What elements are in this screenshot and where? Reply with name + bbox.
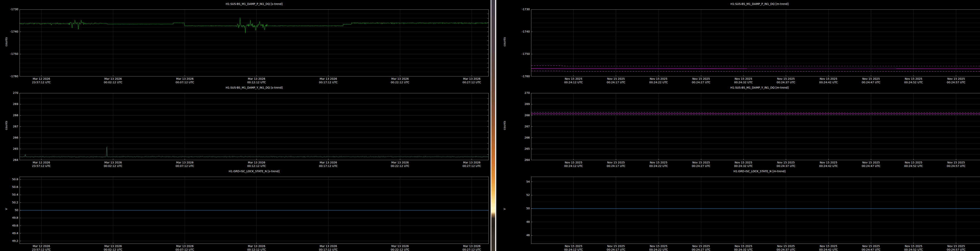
plot-canvas[interactable] <box>20 177 488 244</box>
x-axis-tick-date: Nov 15 2025 <box>686 161 717 164</box>
x-axis-tick-date: Nov 15 2025 <box>686 77 717 80</box>
x-axis-tick-time: 00:24:57 UTC <box>940 248 972 251</box>
x-axis-tick-time: 00:24:17 UTC <box>600 248 632 251</box>
y-axis-unit-label: counts <box>503 36 506 48</box>
x-axis-tick-date: Nov 15 2025 <box>728 77 759 80</box>
x-axis-tick-date: Nov 15 2025 <box>600 77 632 80</box>
desktop-wallpaper-sliver <box>492 0 495 251</box>
plot-band: H1:SUS-BS_M1_DAMP_P_IN1_DQ [s-trend] cou… <box>0 0 491 84</box>
x-axis-tick-time: 00:22:12 UTC <box>384 164 416 168</box>
y-axis-tick-label: -1730 <box>5 8 18 11</box>
x-axis-tick-time: 00:27:12 UTC <box>456 248 487 251</box>
x-axis-tick-time: 00:24:17 UTC <box>600 164 632 168</box>
x-axis-tick-time: 00:24:57 UTC <box>940 81 972 84</box>
y-axis-unit-label: counts <box>5 36 8 48</box>
x-axis-tick-time: 00:24:47 UTC <box>855 248 887 251</box>
x-axis-tick-date: Nov 15 2025 <box>728 161 759 164</box>
y-axis-tick-label: -1760 <box>5 75 18 78</box>
plot-canvas[interactable] <box>531 93 980 160</box>
x-axis-tick-time: 00:02:12 UTC <box>97 164 129 168</box>
x-axis-tick-date: Mar 13 2026 <box>456 161 487 164</box>
x-axis-tick-time: 00:24:52 UTC <box>898 164 929 168</box>
x-axis-tick-date: Nov 15 2025 <box>600 161 632 164</box>
y-axis-tick-label: -1730 <box>516 8 530 11</box>
y-axis-unit-label: V <box>5 203 8 215</box>
y-axis-tick-label: -1740 <box>5 30 18 33</box>
x-axis-tick-date: Mar 13 2026 <box>169 245 200 248</box>
x-axis-tick-date: Mar 13 2026 <box>241 77 272 80</box>
y-axis-tick-label: 268 <box>516 114 530 117</box>
x-axis-tick-time: 00:02:12 UTC <box>97 248 129 251</box>
y-axis-tick-label: 265 <box>5 147 18 150</box>
x-axis-tick-date: Mar 12 2026 <box>25 245 57 248</box>
x-axis-tick-time: 00:24:22 UTC <box>643 81 674 84</box>
y-axis-tick-label: -1750 <box>516 52 530 56</box>
plot-title: H1:SUS-BS_M1_DAMP_P_IN1_DQ [m-trend] <box>531 2 980 5</box>
x-axis-tick-date: Nov 15 2025 <box>940 161 972 164</box>
x-axis-tick-date: Mar 13 2026 <box>241 245 272 248</box>
x-axis-tick-time: 23:57:12 UTC <box>25 81 57 84</box>
y-axis-tick-label: 266 <box>516 136 530 139</box>
x-axis-tick-time: 00:22:12 UTC <box>384 248 416 251</box>
y-axis-tick-label: 49.2 <box>5 239 18 242</box>
ndscope-window-strend: H1:SUS-BS_M1_DAMP_P_IN1_DQ [s-trend] cou… <box>0 0 491 251</box>
x-axis-tick-date: Mar 13 2026 <box>384 77 416 80</box>
plot-title: H1:GRD-ISC_LOCK_STATE_N [m-trend] <box>531 170 980 173</box>
x-axis-tick-date: Mar 13 2026 <box>384 161 416 164</box>
y-axis-tick-label: 49.8 <box>5 216 18 219</box>
y-axis-tick-label: 52 <box>516 194 530 197</box>
x-axis-tick-date: Mar 13 2026 <box>97 77 129 80</box>
plot-canvas[interactable] <box>531 10 980 76</box>
y-axis-tick-label: 270 <box>516 91 530 94</box>
y-axis-unit-label: counts <box>5 119 8 131</box>
x-axis-tick-date: Mar 13 2026 <box>97 245 129 248</box>
x-axis-tick-date: Mar 12 2026 <box>25 77 57 80</box>
x-axis-tick-date: Nov 15 2025 <box>940 77 972 80</box>
x-axis-tick-time: 00:24:57 UTC <box>940 164 972 168</box>
plot-band: H1:SUS-BS_M1_DAMP_Y_IN1_DQ [s-trend] cou… <box>0 84 491 167</box>
x-axis-tick-date: Nov 15 2025 <box>813 161 844 164</box>
x-axis-tick-time: 00:02:12 UTC <box>97 81 129 84</box>
x-axis-tick-time: 00:24:12 UTC <box>558 164 589 168</box>
x-axis-tick-time: 00:24:37 UTC <box>770 248 802 251</box>
x-axis-tick-date: Nov 15 2025 <box>813 77 844 80</box>
x-axis-tick-date: Nov 15 2025 <box>770 77 802 80</box>
x-axis-tick-time: 00:24:42 UTC <box>813 248 844 251</box>
x-axis-tick-time: 00:24:22 UTC <box>643 164 674 168</box>
plot-band: H1:GRD-ISC_LOCK_STATE_N [s-trend] V 50.8… <box>0 167 491 251</box>
x-axis-tick-date: Mar 13 2026 <box>456 77 487 80</box>
plot-title: H1:SUS-BS_M1_DAMP_Y_IN1_DQ [m-trend] <box>531 86 980 89</box>
x-axis-tick-date: Nov 15 2025 <box>728 245 759 248</box>
y-axis-tick-label: 50.6 <box>5 185 18 189</box>
plot-canvas[interactable] <box>20 10 488 76</box>
x-axis-tick-date: Nov 15 2025 <box>940 245 972 248</box>
y-axis-tick-label: -1750 <box>5 52 18 56</box>
x-axis-tick-date: Nov 15 2025 <box>686 245 717 248</box>
x-axis-tick-date: Nov 15 2025 <box>855 245 887 248</box>
x-axis-tick-date: Nov 15 2025 <box>558 245 589 248</box>
plot-svg <box>531 93 980 160</box>
x-axis-tick-date: Nov 15 2025 <box>643 245 674 248</box>
x-axis-tick-date: Mar 13 2026 <box>169 161 200 164</box>
x-axis-tick-time: 00:07:12 UTC <box>169 164 200 168</box>
y-axis-tick-label: 270 <box>5 91 18 94</box>
plot-svg <box>531 10 980 76</box>
x-axis-tick-date: Nov 15 2025 <box>770 245 802 248</box>
x-axis-tick-date: Nov 15 2025 <box>770 161 802 164</box>
y-axis-tick-label: 264 <box>5 158 18 162</box>
x-axis-tick-time: 00:24:22 UTC <box>643 248 674 251</box>
y-axis-tick-label: 49.6 <box>5 224 18 227</box>
x-axis-tick-time: 00:24:47 UTC <box>855 81 887 84</box>
plot-band: H1:SUS-BS_M1_DAMP_Y_IN1_DQ [m-trend] cou… <box>496 84 980 167</box>
y-axis-unit-label: V <box>503 203 506 215</box>
x-axis-tick-time: 00:17:12 UTC <box>313 164 344 168</box>
plot-canvas[interactable] <box>531 177 980 244</box>
x-axis-tick-date: Nov 15 2025 <box>898 161 929 164</box>
x-axis-tick-date: Mar 13 2026 <box>313 245 344 248</box>
x-axis-tick-time: 00:24:52 UTC <box>898 248 929 251</box>
y-axis-tick-label: 54 <box>516 180 530 183</box>
x-axis-tick-time: 00:24:42 UTC <box>813 164 844 168</box>
plot-canvas[interactable] <box>20 93 488 160</box>
plot-band: H1:SUS-BS_M1_DAMP_P_IN1_DQ [m-trend] cou… <box>496 0 980 84</box>
x-axis-tick-time: 00:24:12 UTC <box>558 248 589 251</box>
